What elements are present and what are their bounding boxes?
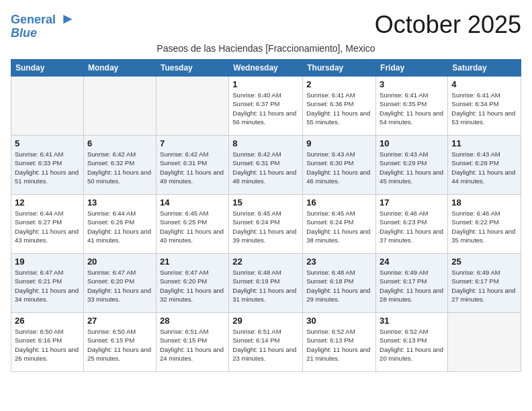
calendar-cell: 14Sunrise: 6:45 AMSunset: 6:25 PMDayligh…: [156, 194, 228, 253]
day-info: Sunrise: 6:52 AMSunset: 6:13 PMDaylight:…: [306, 327, 372, 363]
day-info: Sunrise: 6:42 AMSunset: 6:31 PMDaylight:…: [160, 150, 225, 185]
day-number: 10: [380, 138, 444, 148]
page-header: General ► Blue October 2025: [11, 11, 521, 40]
day-info: Sunrise: 6:44 AMSunset: 6:27 PMDaylight:…: [15, 209, 80, 244]
calendar-cell: 30Sunrise: 6:52 AMSunset: 6:13 PMDayligh…: [303, 312, 376, 371]
day-number: 12: [15, 197, 80, 208]
calendar-cell: 15Sunrise: 6:45 AMSunset: 6:24 PMDayligh…: [229, 194, 303, 253]
calendar-cell: 8Sunrise: 6:42 AMSunset: 6:31 PMDaylight…: [229, 135, 303, 194]
day-info: Sunrise: 6:49 AMSunset: 6:17 PMDaylight:…: [380, 268, 444, 304]
day-info: Sunrise: 6:47 AMSunset: 6:20 PMDaylight:…: [160, 268, 225, 304]
day-number: 25: [451, 257, 517, 267]
logo-blue: Blue: [11, 27, 37, 40]
weekday-header: Tuesday: [156, 59, 228, 76]
day-number: 15: [232, 197, 299, 208]
day-info: Sunrise: 6:41 AMSunset: 6:35 PMDaylight:…: [380, 91, 444, 126]
day-info: Sunrise: 6:49 AMSunset: 6:17 PMDaylight:…: [451, 268, 517, 304]
calendar-week-row: 12Sunrise: 6:44 AMSunset: 6:27 PMDayligh…: [11, 194, 521, 253]
calendar-cell: 3Sunrise: 6:41 AMSunset: 6:35 PMDaylight…: [376, 76, 448, 135]
calendar-cell: 5Sunrise: 6:41 AMSunset: 6:33 PMDaylight…: [11, 135, 84, 194]
title-area: October 2025: [375, 11, 521, 39]
day-number: 2: [306, 79, 372, 89]
calendar-cell: 17Sunrise: 6:46 AMSunset: 6:23 PMDayligh…: [376, 194, 448, 253]
day-number: 14: [160, 197, 225, 208]
day-info: Sunrise: 6:48 AMSunset: 6:19 PMDaylight:…: [232, 268, 299, 304]
weekday-header: Thursday: [303, 59, 376, 76]
calendar-cell: 1Sunrise: 6:40 AMSunset: 6:37 PMDaylight…: [229, 76, 303, 135]
day-number: 13: [87, 197, 152, 208]
calendar-week-row: 26Sunrise: 6:50 AMSunset: 6:16 PMDayligh…: [11, 312, 521, 371]
logo: General ► Blue: [11, 11, 75, 40]
calendar-cell: [156, 76, 228, 135]
month-title: October 2025: [375, 11, 521, 39]
day-number: 16: [306, 197, 372, 208]
day-number: 4: [451, 79, 517, 89]
day-number: 11: [451, 138, 517, 148]
day-info: Sunrise: 6:47 AMSunset: 6:20 PMDaylight:…: [87, 268, 152, 304]
calendar-week-row: 1Sunrise: 6:40 AMSunset: 6:37 PMDaylight…: [11, 76, 521, 135]
day-number: 20: [87, 257, 152, 267]
day-number: 24: [380, 257, 444, 267]
weekday-header: Sunday: [11, 59, 84, 76]
calendar-cell: 18Sunrise: 6:46 AMSunset: 6:22 PMDayligh…: [448, 194, 521, 253]
day-number: 5: [15, 138, 80, 148]
calendar-cell: 16Sunrise: 6:45 AMSunset: 6:24 PMDayligh…: [303, 194, 376, 253]
calendar-cell: 9Sunrise: 6:43 AMSunset: 6:30 PMDaylight…: [303, 135, 376, 194]
calendar-cell: 25Sunrise: 6:49 AMSunset: 6:17 PMDayligh…: [448, 253, 521, 312]
day-number: 26: [15, 316, 80, 326]
calendar-cell: 4Sunrise: 6:41 AMSunset: 6:34 PMDaylight…: [448, 76, 521, 135]
day-info: Sunrise: 6:40 AMSunset: 6:37 PMDaylight:…: [232, 91, 299, 126]
calendar-cell: 27Sunrise: 6:50 AMSunset: 6:15 PMDayligh…: [83, 312, 156, 371]
day-info: Sunrise: 6:42 AMSunset: 6:31 PMDaylight:…: [232, 150, 299, 185]
day-info: Sunrise: 6:41 AMSunset: 6:33 PMDaylight:…: [15, 150, 80, 185]
day-info: Sunrise: 6:47 AMSunset: 6:21 PMDaylight:…: [15, 268, 80, 304]
calendar-cell: 13Sunrise: 6:44 AMSunset: 6:26 PMDayligh…: [83, 194, 156, 253]
logo-text: General ►: [11, 11, 75, 27]
day-info: Sunrise: 6:46 AMSunset: 6:22 PMDaylight:…: [451, 209, 517, 244]
calendar-cell: [11, 76, 84, 135]
day-info: Sunrise: 6:45 AMSunset: 6:25 PMDaylight:…: [160, 209, 225, 244]
logo-general: General: [11, 13, 56, 26]
calendar-cell: 26Sunrise: 6:50 AMSunset: 6:16 PMDayligh…: [11, 312, 84, 371]
day-number: 9: [306, 138, 372, 148]
calendar-cell: 21Sunrise: 6:47 AMSunset: 6:20 PMDayligh…: [156, 253, 228, 312]
day-info: Sunrise: 6:43 AMSunset: 6:29 PMDaylight:…: [380, 150, 444, 185]
day-number: 23: [306, 257, 372, 267]
calendar-cell: [83, 76, 156, 135]
page-subtitle: Paseos de las Haciendas [Fraccionamiento…: [11, 43, 521, 54]
day-number: 22: [232, 257, 299, 267]
calendar-cell: 28Sunrise: 6:51 AMSunset: 6:15 PMDayligh…: [156, 312, 228, 371]
day-info: Sunrise: 6:50 AMSunset: 6:16 PMDaylight:…: [15, 327, 80, 363]
day-number: 7: [160, 138, 225, 148]
day-number: 29: [232, 316, 299, 326]
day-info: Sunrise: 6:41 AMSunset: 6:36 PMDaylight:…: [306, 91, 372, 126]
day-info: Sunrise: 6:41 AMSunset: 6:34 PMDaylight:…: [451, 91, 517, 126]
calendar-cell: 31Sunrise: 6:52 AMSunset: 6:13 PMDayligh…: [376, 312, 448, 371]
logo-arrow-icon: ►: [60, 10, 75, 27]
day-info: Sunrise: 6:43 AMSunset: 6:28 PMDaylight:…: [451, 150, 517, 185]
calendar-cell: 12Sunrise: 6:44 AMSunset: 6:27 PMDayligh…: [11, 194, 84, 253]
day-number: 30: [306, 316, 372, 326]
day-info: Sunrise: 6:45 AMSunset: 6:24 PMDaylight:…: [306, 209, 372, 244]
day-info: Sunrise: 6:51 AMSunset: 6:14 PMDaylight:…: [232, 327, 299, 363]
day-info: Sunrise: 6:52 AMSunset: 6:13 PMDaylight:…: [380, 327, 444, 363]
calendar-cell: 10Sunrise: 6:43 AMSunset: 6:29 PMDayligh…: [376, 135, 448, 194]
weekday-header: Wednesday: [229, 59, 303, 76]
day-info: Sunrise: 6:42 AMSunset: 6:32 PMDaylight:…: [87, 150, 152, 185]
calendar-cell: 7Sunrise: 6:42 AMSunset: 6:31 PMDaylight…: [156, 135, 228, 194]
day-info: Sunrise: 6:50 AMSunset: 6:15 PMDaylight:…: [87, 327, 152, 363]
day-info: Sunrise: 6:43 AMSunset: 6:30 PMDaylight:…: [306, 150, 372, 185]
day-number: 19: [15, 257, 80, 267]
day-number: 27: [87, 316, 152, 326]
calendar-header: SundayMondayTuesdayWednesdayThursdayFrid…: [11, 59, 521, 76]
day-number: 17: [380, 197, 444, 208]
day-number: 21: [160, 257, 225, 267]
calendar-table: SundayMondayTuesdayWednesdayThursdayFrid…: [11, 59, 521, 372]
calendar-cell: 19Sunrise: 6:47 AMSunset: 6:21 PMDayligh…: [11, 253, 84, 312]
weekday-header: Monday: [83, 59, 156, 76]
day-number: 3: [380, 79, 444, 89]
day-number: 1: [232, 79, 299, 89]
weekday-header: Saturday: [448, 59, 521, 76]
day-number: 8: [232, 138, 299, 148]
calendar-cell: 29Sunrise: 6:51 AMSunset: 6:14 PMDayligh…: [229, 312, 303, 371]
